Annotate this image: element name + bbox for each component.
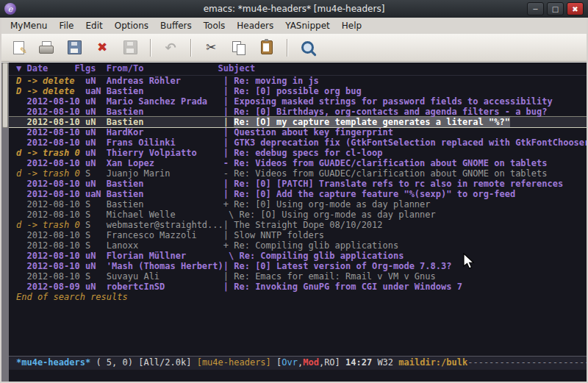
menu-edit[interactable]: Edit [80, 18, 109, 33]
message-from: webmaster@straightd... [107, 220, 223, 230]
message-flags: uN [85, 261, 107, 271]
message-date: 2012-08-10 [16, 158, 85, 168]
column-header-from-to[interactable]: From/To [107, 63, 218, 74]
copy-button[interactable] [228, 37, 250, 58]
message-flags: uN [85, 117, 107, 127]
message-row[interactable]: 2012-08-10 uN Mario Sanchez Prada | Expo… [9, 96, 587, 107]
thread-prefix: - [223, 158, 234, 168]
message-row[interactable]: 2012-08-10 uN Bastien | Re: [0] Birthday… [9, 107, 587, 117]
message-subject: GTK3 deprecation fix (GtkFontSelection r… [234, 137, 587, 148]
thread-prefix: | [223, 261, 234, 271]
undo-icon: ↶ [163, 41, 178, 54]
message-row[interactable]: 2012-08-10 uN Bastien | Re: [O] my captu… [9, 117, 587, 127]
message-subject: The Straight Dope 08/10/2012 [234, 220, 382, 230]
thread-prefix: | [223, 271, 234, 282]
message-date: 2012-08-10 [16, 199, 85, 210]
save-button[interactable] [63, 37, 85, 58]
message-row[interactable]: 2012-08-10 S Lanoxx + Re: Compiling glib… [9, 240, 587, 251]
message-flags: uaN [85, 189, 107, 199]
message-row[interactable]: 2012-08-10 uN 'Mash (Thomas Herbert)| Re… [9, 261, 587, 271]
column-header-subject[interactable]: Subject [218, 63, 256, 74]
menu-options[interactable]: Options [109, 18, 154, 33]
thread-prefix: | [223, 137, 234, 148]
modeline-flag-ro: RO [324, 357, 334, 368]
emacs-app-icon: e [4, 3, 16, 15]
search-button[interactable] [296, 37, 318, 58]
message-row[interactable]: d -> trash 0 S Juanjo Marin - Re: Videos… [9, 168, 587, 179]
message-row[interactable]: 2012-08-10 uN Florian Müllner \ Re: Comp… [9, 251, 587, 261]
paste-button[interactable] [256, 37, 278, 58]
message-subject: Re: [0] Birthdays, org-contacts and agen… [234, 107, 547, 117]
message-row[interactable]: 2012-08-10 S Francesco Mazzoli | Slow NN… [9, 230, 587, 240]
end-of-search-results: End of search results [9, 292, 587, 302]
message-row[interactable]: 2012-08-10 uN Xan Lopez - Re: Videos fro… [9, 158, 587, 168]
new-file-button[interactable]: ✎ [7, 37, 29, 58]
tool-bar: ✎✖↶✂ [1, 34, 587, 62]
titlebar[interactable]: e emacs: *mu4e-headers* [mu4e-headers] −… [0, 0, 588, 18]
maximize-button[interactable]: □ [547, 2, 564, 15]
scrollbar[interactable] [1, 62, 9, 382]
scrollbar-thumb[interactable] [2, 62, 8, 128]
message-row[interactable]: 2012-08-10 uN Bastien | Re: [0] [PATCH] … [9, 179, 587, 189]
close-icon: ✖ [572, 5, 578, 13]
column-header-date[interactable]: ▼ Date [16, 63, 74, 74]
column-header-flags[interactable]: Flgs [74, 63, 106, 74]
message-row[interactable]: 2012-08-10 S Suvayu Ali | Re: Emacs for … [9, 271, 587, 282]
message-date: D -> delete [16, 76, 85, 86]
message-subject: Exposing masked strings for password fie… [234, 96, 552, 107]
message-from: Michael Welle [107, 210, 223, 220]
message-from: Andreas Röhler [107, 76, 223, 86]
message-flags: uN [85, 137, 107, 148]
thread-prefix: | [223, 127, 234, 137]
message-subject: Re: [O] Using org-mode as day planner [239, 210, 435, 220]
message-row[interactable]: 2012-08-10 uN HardKor | Question about k… [9, 127, 587, 137]
print-button[interactable] [35, 37, 57, 58]
message-flags: uN [85, 251, 107, 261]
minimize-button[interactable]: − [527, 2, 544, 15]
message-row[interactable]: d -> trash 0 S webmaster@straightd...| T… [9, 220, 587, 230]
cut-button[interactable]: ✂ [200, 37, 222, 58]
minimize-icon: − [532, 5, 538, 13]
close-button[interactable]: ✖ [567, 2, 584, 15]
message-subject: Re: Invoking GnuPG from CGI under Window… [234, 282, 462, 292]
menu-headers[interactable]: Headers [231, 18, 279, 33]
message-date: 2012-08-10 [16, 251, 85, 261]
message-from: Bastien [107, 107, 223, 117]
menu-help[interactable]: Help [336, 18, 368, 33]
menu-tools[interactable]: Tools [198, 18, 232, 33]
menu-buffers[interactable]: Buffers [154, 18, 198, 33]
message-row[interactable]: 2012-08-10 S Michael Welle \ Re: [O] Usi… [9, 210, 587, 220]
modeline-query-count: [All/2.0k] [138, 357, 196, 368]
message-flags: uN [85, 158, 107, 168]
message-row[interactable]: d -> trash 0 uN Thierry Volpiatto | Re: … [9, 148, 587, 158]
message-date: 2012-08-10 [16, 271, 85, 282]
message-date: D -> delete [16, 86, 85, 96]
message-date: 2012-08-10 [16, 240, 85, 251]
message-date: d -> trash 0 [16, 168, 85, 179]
save-as-button [119, 37, 141, 58]
message-row[interactable]: 2012-08-10 uN Frans Oilinki | GTK3 depre… [9, 137, 587, 148]
echo-area[interactable] [9, 370, 587, 382]
menu-yasnippet[interactable]: YASnippet [279, 18, 336, 33]
kill-buffer-button[interactable]: ✖ [91, 37, 113, 58]
message-flags: uN [85, 127, 107, 137]
modeline-dashes: ----------------------------------------… [467, 357, 587, 368]
message-flags: uN [85, 76, 107, 86]
toolbar-separator [150, 39, 151, 57]
message-row[interactable]: 2012-08-10 uaN Bastien | Re: [0] Add the… [9, 189, 587, 199]
message-from: Xan Lopez [107, 158, 223, 168]
message-subject: Re: edebug specs for cl-loop [234, 148, 382, 158]
menu-file[interactable]: File [53, 18, 79, 33]
print-icon [39, 41, 54, 54]
menu-mymenu[interactable]: MyMenu [4, 18, 53, 33]
message-row[interactable]: D -> delete uaN Bastien | Re: [0] possib… [9, 86, 587, 96]
message-subject: Question about key fingerprint [234, 127, 393, 137]
thread-prefix: \ [223, 251, 240, 261]
message-row[interactable]: D -> delete uN Andreas Röhler | Re: movi… [9, 76, 587, 86]
message-subject: Re: [0] Add the capture feature "%(sexp)… [234, 189, 515, 199]
message-row[interactable]: 2012-08-09 uN robertcInSD | Re: Invoking… [9, 282, 587, 292]
message-row[interactable]: 2012-08-10 S Bastien + Re: [0] Using org… [9, 199, 587, 210]
message-flags: S [85, 199, 107, 210]
message-from: robertcInSD [107, 282, 223, 292]
undo-button: ↶ [159, 37, 182, 58]
